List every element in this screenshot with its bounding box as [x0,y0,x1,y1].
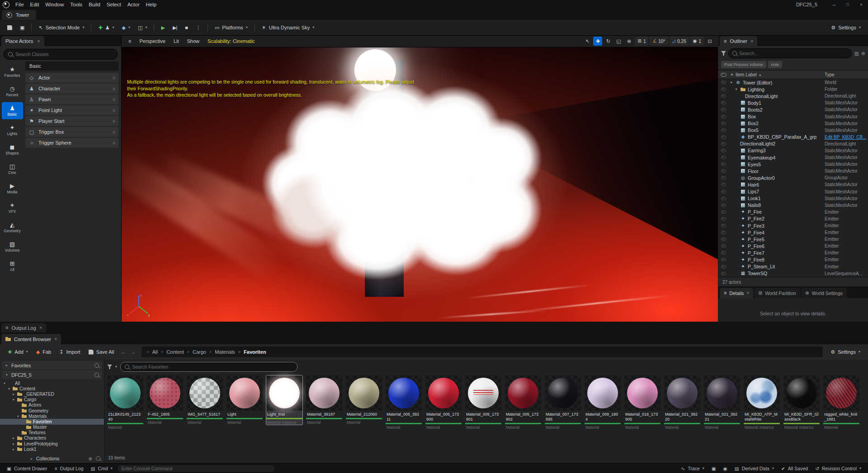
type-column[interactable]: Type [825,72,866,77]
collapse-arrow-icon[interactable] [5,363,9,367]
console-input-box[interactable] [117,464,275,473]
minimize-button[interactable] [827,0,841,9]
expand-arrow-icon[interactable] [734,87,738,91]
visibility-eye-icon[interactable] [719,251,727,254]
asset-tile[interactable]: ragged_white_knit_1881 Material [823,375,859,430]
folder-tree-item[interactable]: Look1 [0,446,104,452]
close-icon[interactable] [54,337,57,342]
outliner-search-input[interactable] [739,51,848,56]
all-saved-indicator[interactable]: All Saved [778,464,811,473]
outliner-row[interactable]: P_Steam_Lit Emitter [718,263,868,270]
visibility-eye-icon[interactable] [719,224,727,227]
visibility-eye-icon[interactable] [719,81,727,84]
outliner-row[interactable]: P_Fire4 Emitter [718,229,868,236]
scalability-warning[interactable]: Scalability: Cinematic [204,37,258,46]
folder-tree-item[interactable]: Geometry [0,408,104,413]
menu-item[interactable]: File [12,2,27,7]
outliner-row[interactable]: P_Fire8 Emitter [718,256,868,263]
outliner-row[interactable]: Floor StaticMeshActor [718,168,868,174]
screenshot-button[interactable] [709,464,719,473]
collapse-arrow-icon[interactable] [30,457,33,461]
visibility-eye-icon[interactable] [719,129,727,132]
scale-snap-control[interactable]: 0.25 [670,37,689,46]
derived-data-dropdown[interactable]: Derived Data [732,464,777,473]
placement-mode[interactable]: Recent [2,83,23,100]
outliner-row[interactable]: GroupActor0 GroupActor [718,174,868,181]
content-drawer-button[interactable]: Content Drawer [4,464,50,473]
scale-tool-icon[interactable] [614,37,623,46]
placement-mode[interactable]: Shapes [2,141,23,158]
tab-content-browser[interactable]: Content Browser [1,334,61,344]
place-actor-item[interactable]: Trigger Box ≡ [25,127,118,137]
new-folder-icon[interactable] [861,51,865,56]
placement-mode[interactable]: Media [2,180,23,197]
asset-tile[interactable]: Light_Inst Material Instance [266,375,302,425]
folder-tree-item[interactable]: Textures [0,430,104,436]
close-icon[interactable] [39,325,42,330]
folder-tree-item[interactable]: Master [0,425,104,430]
outliner-search[interactable] [728,48,852,58]
tab-world-settings[interactable]: World Settings [801,288,847,298]
asset-filter-icon[interactable] [107,365,112,369]
drag-grip-icon[interactable]: ≡ [113,75,115,80]
outliner-row[interactable]: Lighting Folder [718,86,868,93]
play-button[interactable] [158,22,168,33]
back-button[interactable] [118,347,127,356]
search-icon[interactable] [94,373,99,377]
tab-place-actors[interactable]: Place Actors [1,36,44,46]
outliner-row[interactable]: P_Fire3 Emitter [718,222,868,229]
outliner-row[interactable]: Boots2 StaticMeshActor [718,106,868,113]
outliner-row[interactable]: DirectionalLight2 DirectionalLight [718,140,868,147]
outliner-filter-icon[interactable] [721,51,726,56]
item-label-column[interactable]: Item Label [736,72,825,77]
editor-modes-button[interactable] [17,22,28,33]
outliner-row[interactable]: Look1 StaticMeshActor [718,195,868,202]
selection-mode-dropdown[interactable]: Selection Mode [35,22,87,33]
console-input[interactable] [122,466,271,471]
select-tool-icon[interactable] [583,37,592,46]
project-section[interactable]: DFC25_5 [2,370,102,379]
menu-item[interactable]: Edit [27,2,42,7]
asset-tile[interactable]: Light Material [226,375,263,425]
pin-column-icon[interactable] [728,73,736,77]
menu-item[interactable]: Build [85,2,104,7]
play-options-button[interactable] [193,22,204,33]
outliner-row[interactable]: P_Fire6 Emitter [718,243,868,249]
visibility-eye-icon[interactable] [719,204,727,207]
visibility-eye-icon[interactable] [719,94,727,98]
close-icon[interactable] [750,39,753,44]
save-all-button[interactable]: Save All [85,347,118,357]
import-button[interactable]: Import [56,347,84,357]
visibility-eye-icon[interactable] [719,136,727,139]
visibility-eye-icon[interactable] [719,149,727,152]
outliner-row[interactable]: Box StaticMeshActor [718,113,868,120]
search-classes-input[interactable] [15,52,113,57]
outliner-row[interactable]: P_Fire5 Emitter [718,236,868,243]
filter-chip[interactable]: note [768,61,783,68]
outliner-row[interactable]: Lips7 StaticMeshActor [718,188,868,195]
placement-mode[interactable]: Cine [2,160,23,178]
revision-control-dropdown[interactable]: Revision Control [812,464,864,473]
drag-grip-icon[interactable]: ≡ [113,130,115,135]
drag-grip-icon[interactable]: ≡ [113,97,115,102]
visibility-eye-icon[interactable] [719,115,727,118]
outliner-row[interactable]: Earring3 StaticMeshActor [718,147,868,154]
outliner-row[interactable]: Hair6 StaticMeshActor [718,181,868,188]
visibility-eye-icon[interactable] [719,231,727,234]
outliner-row[interactable]: Box5 StaticMeshActor [718,127,868,134]
asset-tile[interactable]: Material_018_173905 Material [624,375,660,430]
chevron-down-icon[interactable] [115,365,117,369]
asset-tile[interactable]: Material_005_173900 Material [425,375,462,430]
tree-arrow-icon[interactable] [12,392,15,396]
folder-tree-item[interactable]: Characters [0,436,104,441]
folder-tree-item[interactable]: _GENERATED [0,391,104,397]
search-icon[interactable] [94,363,99,368]
menu-item[interactable]: Select [104,2,124,7]
perspective-dropdown[interactable]: Perspective [136,37,168,46]
rotate-tool-icon[interactable] [604,37,613,46]
placement-mode[interactable]: Lights [2,122,23,139]
outliner-columns-icon[interactable] [854,51,859,56]
visibility-eye-icon[interactable] [719,211,727,214]
outliner-row[interactable]: P_Fire2 Emitter [718,215,868,222]
outliner-row[interactable]: TowerSQ LevelSequenceA... [718,270,868,277]
